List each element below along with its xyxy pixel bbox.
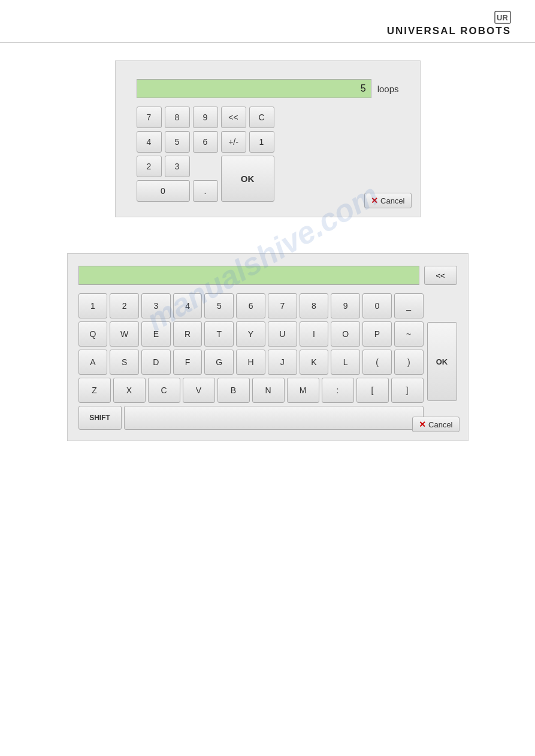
ur-logo-icon: UR — [494, 11, 511, 24]
kbd-key-r[interactable]: R — [173, 321, 202, 347]
kbd-key-9[interactable]: 9 — [331, 293, 360, 318]
kbd-row-numbers: 1 2 3 4 5 6 7 8 9 0 _ — [78, 293, 424, 318]
kbd-key-j[interactable]: J — [268, 350, 297, 375]
kbd-key-i[interactable]: I — [300, 321, 329, 347]
kbd-key-m[interactable]: M — [287, 378, 319, 403]
keyboard-panel: << 1 2 3 4 5 6 7 8 9 0 _ — [67, 253, 468, 441]
kbd-key-tilde[interactable]: ~ — [394, 321, 424, 347]
kbd-key-c[interactable]: C — [148, 378, 180, 403]
kbd-key-z[interactable]: Z — [78, 378, 111, 403]
cancel-x-icon: ✕ — [371, 196, 378, 205]
kbd-key-3[interactable]: 3 — [141, 293, 171, 318]
kbd-key-d[interactable]: D — [141, 350, 171, 375]
kbd-key-x[interactable]: X — [113, 378, 146, 403]
numpad-btn-ok[interactable]: OK — [221, 156, 274, 202]
kbd-key-a[interactable]: A — [78, 350, 108, 375]
numpad-btn-6[interactable]: 6 — [193, 131, 218, 153]
panels-container: 5 loops 7 8 9 << C 4 5 6 +/- 1 2 3 OK 0 … — [0, 42, 535, 459]
numpad-btn-dot[interactable]: . — [193, 180, 218, 202]
kbd-key-o[interactable]: O — [331, 321, 360, 347]
kbd-key-w[interactable]: W — [110, 321, 139, 347]
kbd-ok-label: OK — [436, 357, 448, 366]
kbd-key-8[interactable]: 8 — [300, 293, 329, 318]
kbd-main: 1 2 3 4 5 6 7 8 9 0 _ Q W E R — [78, 293, 424, 430]
kbd-backspace-button[interactable]: << — [424, 266, 457, 285]
kbd-key-2[interactable]: 2 — [110, 293, 139, 318]
numpad-btn-2[interactable]: 2 — [137, 156, 162, 177]
header: UR UNIVERSAL ROBOTS — [0, 0, 535, 42]
numpad-display-label: loops — [377, 84, 399, 94]
kbd-key-g[interactable]: G — [204, 350, 234, 375]
numpad-btn-1[interactable]: 1 — [249, 131, 274, 153]
numpad-panel: 5 loops 7 8 9 << C 4 5 6 +/- 1 2 3 OK 0 … — [115, 60, 421, 217]
kbd-key-u[interactable]: U — [268, 321, 297, 347]
numpad-grid: 7 8 9 << C 4 5 6 +/- 1 2 3 OK 0 . — [137, 107, 274, 202]
logo-area: UR UNIVERSAL ROBOTS — [387, 11, 511, 37]
kbd-key-colon[interactable]: : — [322, 378, 354, 403]
numpad-btn-sign[interactable]: +/- — [221, 131, 246, 153]
kbd-key-s[interactable]: S — [110, 350, 139, 375]
kbd-row-zxcv: Z X C V B N M : [ ] — [78, 378, 424, 403]
kbd-key-b[interactable]: B — [217, 378, 250, 403]
kbd-space-button[interactable] — [124, 406, 424, 430]
kbd-key-f[interactable]: F — [173, 350, 202, 375]
kbd-key-7[interactable]: 7 — [268, 293, 297, 318]
numpad-btn-4[interactable]: 4 — [137, 131, 162, 153]
kbd-backspace-label: << — [436, 271, 445, 280]
numpad-cancel-label: Cancel — [380, 196, 404, 205]
numpad-btn-9[interactable]: 9 — [193, 107, 218, 128]
kbd-display-row: << — [78, 266, 457, 285]
kbd-cancel-label: Cancel — [428, 420, 452, 429]
kbd-key-underscore[interactable]: _ — [394, 293, 424, 318]
kbd-display — [78, 266, 419, 285]
numpad-display: 5 — [137, 79, 371, 98]
svg-text:UR: UR — [497, 13, 508, 22]
kbd-key-h[interactable]: H — [236, 350, 265, 375]
kbd-key-0[interactable]: 0 — [362, 293, 392, 318]
numpad-display-row: 5 loops — [137, 79, 399, 98]
kbd-key-6[interactable]: 6 — [236, 293, 265, 318]
numpad-btn-5[interactable]: 5 — [165, 131, 190, 153]
kbd-key-l[interactable]: L — [331, 350, 360, 375]
kbd-key-e[interactable]: E — [141, 321, 171, 347]
kbd-row-asdf: A S D F G H J K L ( ) — [78, 350, 424, 375]
kbd-keys-area: 1 2 3 4 5 6 7 8 9 0 _ Q W E R — [78, 293, 457, 430]
numpad-btn-backspace[interactable]: << — [221, 107, 246, 128]
kbd-ok-col: OK — [427, 293, 457, 430]
numpad-btn-3[interactable]: 3 — [165, 156, 190, 177]
numpad-btn-clear[interactable]: C — [249, 107, 274, 128]
brand-name: UNIVERSAL ROBOTS — [387, 25, 511, 37]
numpad-btn-0[interactable]: 0 — [137, 180, 190, 202]
kbd-ok-placeholder — [427, 293, 457, 319]
kbd-key-v[interactable]: V — [183, 378, 215, 403]
kbd-key-lbracket[interactable]: [ — [356, 378, 389, 403]
kbd-key-p[interactable]: P — [362, 321, 392, 347]
kbd-cancel-button[interactable]: ✕ Cancel — [412, 417, 459, 432]
kbd-key-lparen[interactable]: ( — [362, 350, 392, 375]
kbd-shift-label: SHIFT — [89, 414, 110, 422]
kbd-key-y[interactable]: Y — [236, 321, 265, 347]
kbd-key-n[interactable]: N — [252, 378, 285, 403]
numpad-btn-7[interactable]: 7 — [137, 107, 162, 128]
numpad-display-value: 5 — [361, 83, 366, 94]
numpad-cancel-button[interactable]: ✕ Cancel — [364, 193, 411, 208]
kbd-ok-button[interactable]: OK — [427, 322, 457, 401]
kbd-key-5[interactable]: 5 — [204, 293, 234, 318]
kbd-cancel-x-icon: ✕ — [419, 420, 426, 429]
kbd-key-1[interactable]: 1 — [78, 293, 108, 318]
kbd-key-rbracket[interactable]: ] — [391, 378, 424, 403]
kbd-row-qwerty: Q W E R T Y U I O P ~ — [78, 321, 424, 347]
kbd-shift-button[interactable]: SHIFT — [78, 406, 122, 430]
kbd-key-4[interactable]: 4 — [173, 293, 202, 318]
kbd-key-k[interactable]: K — [300, 350, 329, 375]
numpad-btn-8[interactable]: 8 — [165, 107, 190, 128]
kbd-key-q[interactable]: Q — [78, 321, 108, 347]
kbd-bottom-row: SHIFT — [78, 406, 424, 430]
kbd-key-t[interactable]: T — [204, 321, 234, 347]
kbd-key-rparen[interactable]: ) — [394, 350, 424, 375]
